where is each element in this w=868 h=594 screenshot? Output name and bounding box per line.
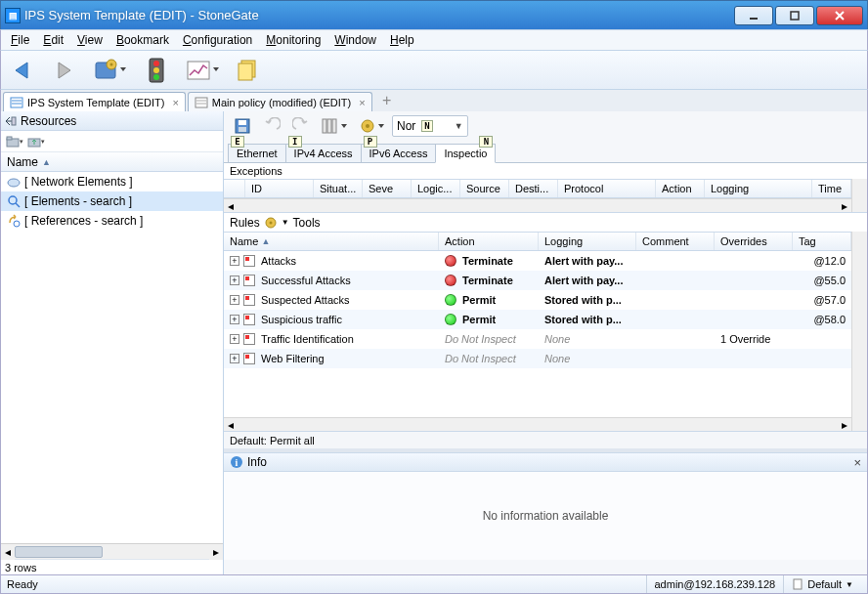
expand-icon[interactable]: + xyxy=(230,295,239,305)
tab-ipv6[interactable]: PIPv6 Access xyxy=(361,144,437,163)
rule-action: Permit xyxy=(462,294,496,306)
redo-button[interactable] xyxy=(288,114,314,138)
svg-point-8 xyxy=(153,74,159,80)
col-overrides[interactable]: Overrides xyxy=(715,233,793,250)
name-column-header[interactable]: Name ▲ xyxy=(1,152,223,172)
rule-tag: @12.0 xyxy=(793,255,851,267)
col-time[interactable]: Time xyxy=(812,180,851,197)
expand-icon[interactable]: + xyxy=(230,334,239,344)
menu-edit[interactable]: Edit xyxy=(37,31,69,49)
default-row: Default: Permit all xyxy=(224,431,867,448)
minimize-button[interactable] xyxy=(734,6,773,25)
expand-icon[interactable]: + xyxy=(230,354,239,363)
exceptions-h-scrollbar[interactable]: ◂▸ xyxy=(224,198,851,212)
up-folder-button[interactable]: ▾ xyxy=(26,133,46,150)
exceptions-v-scrollbar[interactable] xyxy=(851,179,867,212)
col-action[interactable]: Action xyxy=(439,233,539,250)
menu-bookmark[interactable]: Bookmark xyxy=(110,31,175,49)
config-dropdown-button[interactable] xyxy=(89,56,132,85)
col-situation[interactable]: Situat... xyxy=(314,180,363,197)
traffic-light-button[interactable] xyxy=(140,56,173,85)
chart-dropdown-button[interactable] xyxy=(181,56,224,85)
menu-configuration[interactable]: Configuration xyxy=(177,31,258,49)
col-source[interactable]: Source xyxy=(460,180,509,197)
documents-button[interactable] xyxy=(232,56,265,85)
close-button[interactable] xyxy=(816,6,863,25)
back-button[interactable] xyxy=(7,56,40,85)
add-tab-button[interactable]: + xyxy=(378,92,396,109)
info-header: i Info × xyxy=(224,452,867,472)
normalization-dropdown[interactable]: Nor N ▼ xyxy=(392,115,468,137)
save-button[interactable] xyxy=(230,114,255,138)
table-row[interactable]: +Web FilteringDo Not InspectNone xyxy=(224,349,851,368)
close-tab-icon[interactable]: × xyxy=(359,97,365,108)
flag-icon xyxy=(243,333,255,345)
folder-button[interactable]: ▾ xyxy=(5,133,24,150)
tab-ipv4[interactable]: IIPv4 Access xyxy=(285,144,362,163)
rules-v-scrollbar[interactable] xyxy=(851,232,867,431)
doc-tab-ips-template[interactable]: IPS System Template (EDIT) × xyxy=(3,92,186,111)
maximize-button[interactable] xyxy=(775,6,814,25)
forward-button[interactable] xyxy=(48,56,81,85)
scroll-thumb[interactable] xyxy=(15,546,103,558)
menu-view[interactable]: View xyxy=(71,31,108,49)
doc-tab-main-policy[interactable]: Main policy (modified) (EDIT) × xyxy=(188,92,372,111)
status-mode-button[interactable]: Default ▼ xyxy=(783,575,861,593)
col-name[interactable]: Name ▲ xyxy=(224,233,439,250)
col-comment[interactable]: Comment xyxy=(636,233,715,250)
svg-point-30 xyxy=(269,221,272,224)
close-tab-icon[interactable]: × xyxy=(172,97,178,108)
expand-icon[interactable]: + xyxy=(230,276,239,285)
col-logic[interactable]: Logic... xyxy=(412,180,460,197)
tools-label[interactable]: Tools xyxy=(293,216,321,230)
svg-rect-13 xyxy=(195,98,207,107)
table-row[interactable]: +Suspicious trafficPermitStored with p..… xyxy=(224,310,851,329)
col-tag[interactable]: Tag xyxy=(793,233,851,250)
close-info-button[interactable]: × xyxy=(853,455,861,470)
col-action[interactable]: Action xyxy=(656,180,705,197)
rules-h-scrollbar[interactable]: ◂▸ xyxy=(224,417,851,431)
svg-rect-1 xyxy=(791,12,799,20)
col-logging[interactable]: Logging xyxy=(705,180,812,197)
col-destination[interactable]: Desti... xyxy=(509,180,558,197)
col-severity[interactable]: Seve xyxy=(363,180,412,197)
gear-icon[interactable] xyxy=(264,216,278,230)
main-shell: Resources ▾ ▾ Name ▲ [ Network Elements … xyxy=(0,111,868,574)
doc-tab-label: Main policy (modified) (EDIT) xyxy=(212,97,351,108)
exceptions-label: Exceptions xyxy=(224,162,867,179)
svg-point-28 xyxy=(366,124,369,128)
status-bar: Ready admin@192.168.239.128 Default ▼ xyxy=(0,574,868,594)
tree-row-network[interactable]: [ Network Elements ] xyxy=(1,172,223,191)
menu-window[interactable]: Window xyxy=(328,31,382,49)
expand-column[interactable] xyxy=(224,180,245,197)
left-h-scrollbar[interactable]: ◂ ▸ xyxy=(1,543,223,559)
menu-monitoring[interactable]: Monitoring xyxy=(260,31,326,49)
tree-row-elements-search[interactable]: [ Elements - search ] xyxy=(1,191,223,211)
resources-icon xyxy=(5,115,17,127)
chevron-down-icon[interactable]: ▼ xyxy=(282,218,289,227)
table-row[interactable]: +Traffic IdentificationDo Not InspectNon… xyxy=(224,329,851,349)
rule-tag: @57.0 xyxy=(793,294,851,306)
undo-button[interactable] xyxy=(259,114,284,138)
col-logging[interactable]: Logging xyxy=(539,233,636,250)
gear-dropdown-button[interactable] xyxy=(355,114,388,138)
scroll-right-icon[interactable]: ▸ xyxy=(209,544,223,560)
tab-ethernet[interactable]: EEthernet xyxy=(228,144,286,163)
tab-inspection[interactable]: NInspectio xyxy=(435,144,496,163)
expand-icon[interactable]: + xyxy=(230,256,239,266)
expand-icon[interactable]: + xyxy=(230,315,239,324)
tree-row-references-search[interactable]: [ References - search ] xyxy=(1,211,223,231)
chevron-down-icon: ▼ xyxy=(846,580,853,589)
table-row[interactable]: +AttacksTerminateAlert with pay...@12.0 xyxy=(224,251,851,271)
svg-point-19 xyxy=(9,196,17,204)
columns-dropdown-button[interactable] xyxy=(318,114,351,138)
menu-file[interactable]: File xyxy=(5,31,35,49)
col-protocol[interactable]: Protocol xyxy=(558,180,656,197)
rules-toolbar: Rules ▼ Tools xyxy=(224,212,867,232)
table-row[interactable]: +Successful AttacksTerminateAlert with p… xyxy=(224,271,851,290)
table-row[interactable]: +Suspected AttacksPermitStored with p...… xyxy=(224,290,851,310)
action-dot-icon xyxy=(445,294,456,306)
col-id[interactable]: ID xyxy=(245,180,314,197)
scroll-left-icon[interactable]: ◂ xyxy=(1,544,15,560)
menu-help[interactable]: Help xyxy=(384,31,420,49)
